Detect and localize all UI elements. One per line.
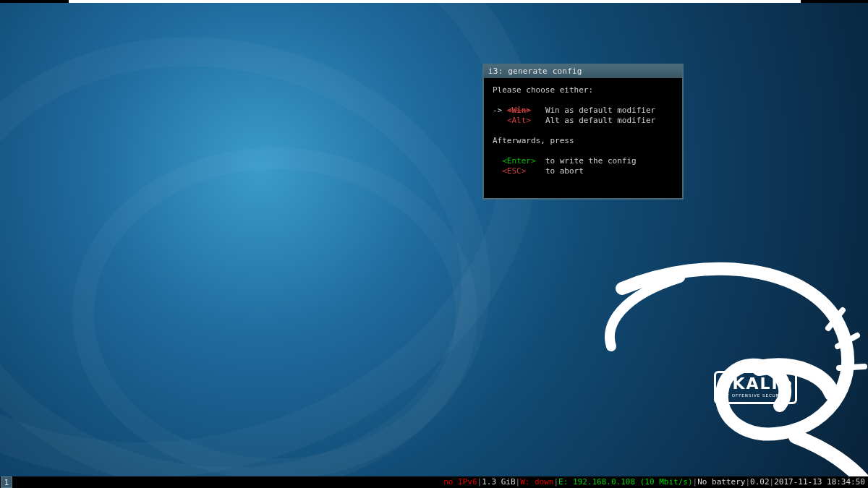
kali-badge: KALI BY OFFENSIVE SECURITY: [714, 371, 797, 404]
i3-status-bar[interactable]: 1 no IPv6|1.3 GiB|W: down|E: 192.168.0.1…: [0, 476, 868, 488]
dialog-prompt: Please choose either:: [493, 85, 593, 95]
option-win-desc: Win as default modifier: [545, 106, 655, 115]
status-memory: 1.3 GiB: [482, 477, 515, 487]
status-wifi: W: down: [520, 477, 553, 487]
i3-config-dialog[interactable]: i3: generate config Please choose either…: [482, 64, 684, 200]
action-enter-desc: to write the config: [545, 156, 637, 166]
status-battery: No battery: [697, 477, 745, 487]
dialog-afterwards: Afterwards, press: [493, 136, 574, 145]
status-right: no IPv6|1.3 GiB|W: down|E: 192.168.0.108…: [443, 476, 868, 488]
option-win-key[interactable]: <Win>: [507, 106, 531, 115]
kali-brand-text: KALI: [723, 376, 788, 392]
kali-tagline: BY OFFENSIVE SECURITY: [723, 393, 788, 398]
option-arrow: ->: [493, 106, 502, 115]
status-ethernet: E: 192.168.0.108 (10 Mbit/s): [558, 477, 692, 487]
action-esc-desc: to abort: [545, 166, 584, 176]
kali-dragon-logo: [579, 260, 868, 476]
action-enter-key[interactable]: <Enter>: [502, 156, 535, 166]
action-esc-key[interactable]: <ESC>: [502, 166, 526, 176]
dialog-body: Please choose either: -> <Win> Win as de…: [484, 78, 682, 198]
option-alt-desc: Alt as default modifier: [545, 116, 655, 125]
workspace-button-1[interactable]: 1: [1, 476, 12, 488]
status-load: 0.02: [750, 477, 770, 487]
dialog-titlebar[interactable]: i3: generate config: [484, 65, 682, 78]
option-arrow: [493, 116, 502, 125]
status-datetime: 2017-11-13 18:34:50: [774, 477, 865, 487]
status-ipv6: no IPv6: [443, 477, 477, 487]
desktop-wallpaper: KALI BY OFFENSIVE SECURITY i3: generate …: [0, 3, 868, 476]
option-alt-key[interactable]: <Alt>: [507, 116, 531, 125]
